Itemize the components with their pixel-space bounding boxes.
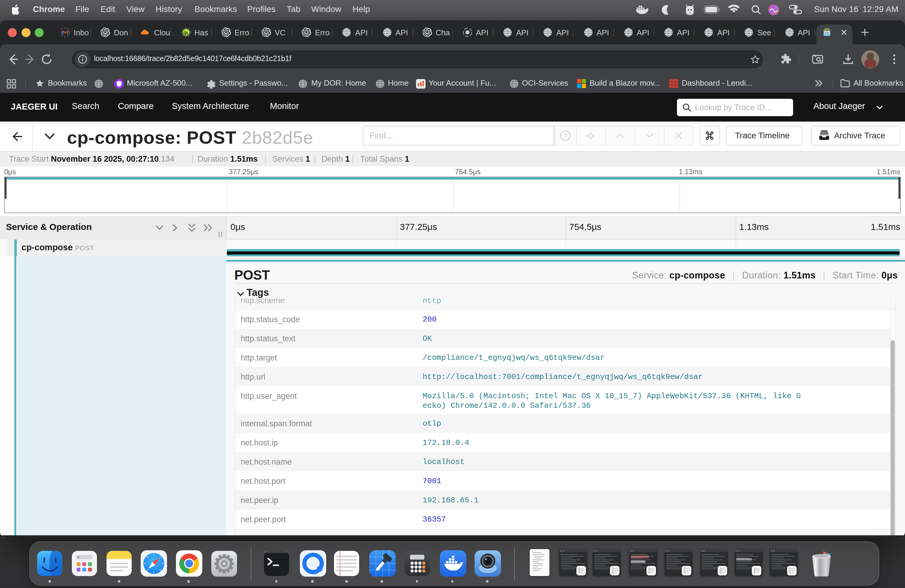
svg-text:?: ? xyxy=(564,132,567,139)
svg-text:QL: QL xyxy=(183,30,189,35)
